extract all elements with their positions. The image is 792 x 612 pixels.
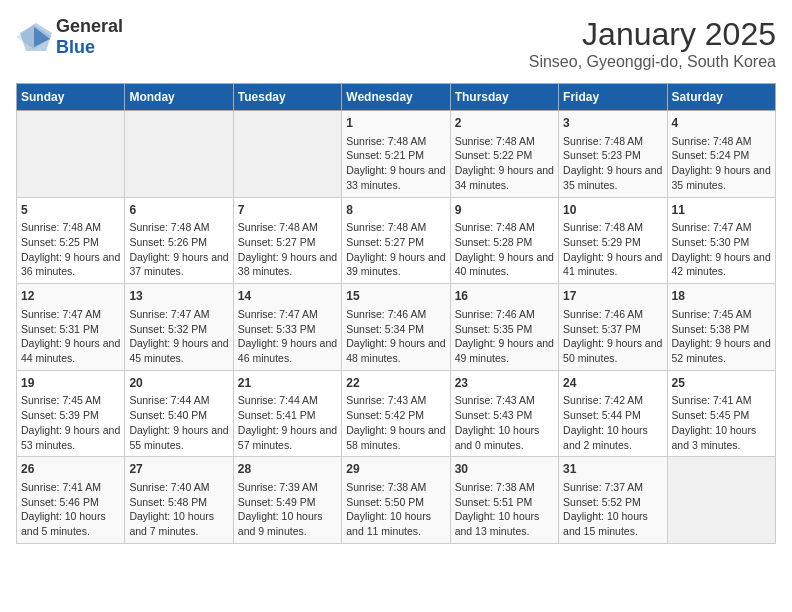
cell-content: Sunrise: 7:48 AMSunset: 5:27 PMDaylight:…: [346, 220, 445, 279]
calendar-cell: 17Sunrise: 7:46 AMSunset: 5:37 PMDayligh…: [559, 284, 667, 371]
calendar-cell: 1Sunrise: 7:48 AMSunset: 5:21 PMDaylight…: [342, 111, 450, 198]
calendar-cell: 20Sunrise: 7:44 AMSunset: 5:40 PMDayligh…: [125, 370, 233, 457]
day-number: 20: [129, 375, 228, 392]
day-number: 1: [346, 115, 445, 132]
day-number: 11: [672, 202, 771, 219]
calendar-cell: 22Sunrise: 7:43 AMSunset: 5:42 PMDayligh…: [342, 370, 450, 457]
cell-content: Sunrise: 7:42 AMSunset: 5:44 PMDaylight:…: [563, 393, 662, 452]
calendar-cell: 28Sunrise: 7:39 AMSunset: 5:49 PMDayligh…: [233, 457, 341, 544]
calendar-cell: 2Sunrise: 7:48 AMSunset: 5:22 PMDaylight…: [450, 111, 558, 198]
calendar-cell: 23Sunrise: 7:43 AMSunset: 5:43 PMDayligh…: [450, 370, 558, 457]
day-header-wednesday: Wednesday: [342, 84, 450, 111]
calendar-cell: [233, 111, 341, 198]
day-number: 24: [563, 375, 662, 392]
cell-content: Sunrise: 7:44 AMSunset: 5:40 PMDaylight:…: [129, 393, 228, 452]
calendar-cell: 6Sunrise: 7:48 AMSunset: 5:26 PMDaylight…: [125, 197, 233, 284]
day-number: 7: [238, 202, 337, 219]
calendar-cell: 31Sunrise: 7:37 AMSunset: 5:52 PMDayligh…: [559, 457, 667, 544]
day-number: 31: [563, 461, 662, 478]
day-number: 22: [346, 375, 445, 392]
calendar-cell: [17, 111, 125, 198]
day-number: 26: [21, 461, 120, 478]
week-row-2: 5Sunrise: 7:48 AMSunset: 5:25 PMDaylight…: [17, 197, 776, 284]
cell-content: Sunrise: 7:48 AMSunset: 5:26 PMDaylight:…: [129, 220, 228, 279]
cell-content: Sunrise: 7:45 AMSunset: 5:38 PMDaylight:…: [672, 307, 771, 366]
logo-icon: [16, 23, 52, 51]
calendar-cell: 25Sunrise: 7:41 AMSunset: 5:45 PMDayligh…: [667, 370, 775, 457]
calendar-cell: 16Sunrise: 7:46 AMSunset: 5:35 PMDayligh…: [450, 284, 558, 371]
calendar-cell: 14Sunrise: 7:47 AMSunset: 5:33 PMDayligh…: [233, 284, 341, 371]
day-number: 19: [21, 375, 120, 392]
day-header-saturday: Saturday: [667, 84, 775, 111]
calendar-cell: 5Sunrise: 7:48 AMSunset: 5:25 PMDaylight…: [17, 197, 125, 284]
day-number: 23: [455, 375, 554, 392]
day-number: 29: [346, 461, 445, 478]
cell-content: Sunrise: 7:48 AMSunset: 5:25 PMDaylight:…: [21, 220, 120, 279]
day-number: 30: [455, 461, 554, 478]
week-row-5: 26Sunrise: 7:41 AMSunset: 5:46 PMDayligh…: [17, 457, 776, 544]
calendar-cell: 7Sunrise: 7:48 AMSunset: 5:27 PMDaylight…: [233, 197, 341, 284]
calendar-cell: 12Sunrise: 7:47 AMSunset: 5:31 PMDayligh…: [17, 284, 125, 371]
logo-blue: Blue: [56, 37, 95, 57]
cell-content: Sunrise: 7:44 AMSunset: 5:41 PMDaylight:…: [238, 393, 337, 452]
calendar-cell: 9Sunrise: 7:48 AMSunset: 5:28 PMDaylight…: [450, 197, 558, 284]
day-header-monday: Monday: [125, 84, 233, 111]
cell-content: Sunrise: 7:45 AMSunset: 5:39 PMDaylight:…: [21, 393, 120, 452]
cell-content: Sunrise: 7:41 AMSunset: 5:45 PMDaylight:…: [672, 393, 771, 452]
calendar-cell: 4Sunrise: 7:48 AMSunset: 5:24 PMDaylight…: [667, 111, 775, 198]
title-block: January 2025 Sinseo, Gyeonggi-do, South …: [529, 16, 776, 71]
day-header-thursday: Thursday: [450, 84, 558, 111]
day-number: 4: [672, 115, 771, 132]
day-number: 5: [21, 202, 120, 219]
cell-content: Sunrise: 7:47 AMSunset: 5:31 PMDaylight:…: [21, 307, 120, 366]
cell-content: Sunrise: 7:48 AMSunset: 5:27 PMDaylight:…: [238, 220, 337, 279]
calendar-cell: 15Sunrise: 7:46 AMSunset: 5:34 PMDayligh…: [342, 284, 450, 371]
calendar-title: January 2025: [529, 16, 776, 53]
calendar-cell: 26Sunrise: 7:41 AMSunset: 5:46 PMDayligh…: [17, 457, 125, 544]
day-number: 27: [129, 461, 228, 478]
day-number: 21: [238, 375, 337, 392]
day-number: 6: [129, 202, 228, 219]
day-number: 3: [563, 115, 662, 132]
day-number: 25: [672, 375, 771, 392]
calendar-cell: 21Sunrise: 7:44 AMSunset: 5:41 PMDayligh…: [233, 370, 341, 457]
calendar-subtitle: Sinseo, Gyeonggi-do, South Korea: [529, 53, 776, 71]
calendar-cell: 10Sunrise: 7:48 AMSunset: 5:29 PMDayligh…: [559, 197, 667, 284]
cell-content: Sunrise: 7:48 AMSunset: 5:29 PMDaylight:…: [563, 220, 662, 279]
calendar-cell: [125, 111, 233, 198]
calendar-cell: 19Sunrise: 7:45 AMSunset: 5:39 PMDayligh…: [17, 370, 125, 457]
logo: General Blue: [16, 16, 123, 58]
cell-content: Sunrise: 7:43 AMSunset: 5:42 PMDaylight:…: [346, 393, 445, 452]
day-number: 15: [346, 288, 445, 305]
cell-content: Sunrise: 7:48 AMSunset: 5:23 PMDaylight:…: [563, 134, 662, 193]
day-number: 17: [563, 288, 662, 305]
day-header-friday: Friday: [559, 84, 667, 111]
day-number: 13: [129, 288, 228, 305]
cell-content: Sunrise: 7:47 AMSunset: 5:32 PMDaylight:…: [129, 307, 228, 366]
cell-content: Sunrise: 7:39 AMSunset: 5:49 PMDaylight:…: [238, 480, 337, 539]
cell-content: Sunrise: 7:46 AMSunset: 5:37 PMDaylight:…: [563, 307, 662, 366]
calendar-cell: 18Sunrise: 7:45 AMSunset: 5:38 PMDayligh…: [667, 284, 775, 371]
calendar-cell: 8Sunrise: 7:48 AMSunset: 5:27 PMDaylight…: [342, 197, 450, 284]
day-number: 14: [238, 288, 337, 305]
day-number: 16: [455, 288, 554, 305]
day-number: 10: [563, 202, 662, 219]
cell-content: Sunrise: 7:48 AMSunset: 5:22 PMDaylight:…: [455, 134, 554, 193]
calendar-cell: 13Sunrise: 7:47 AMSunset: 5:32 PMDayligh…: [125, 284, 233, 371]
calendar-cell: 11Sunrise: 7:47 AMSunset: 5:30 PMDayligh…: [667, 197, 775, 284]
calendar-cell: 3Sunrise: 7:48 AMSunset: 5:23 PMDaylight…: [559, 111, 667, 198]
calendar-cell: 29Sunrise: 7:38 AMSunset: 5:50 PMDayligh…: [342, 457, 450, 544]
cell-content: Sunrise: 7:40 AMSunset: 5:48 PMDaylight:…: [129, 480, 228, 539]
week-row-4: 19Sunrise: 7:45 AMSunset: 5:39 PMDayligh…: [17, 370, 776, 457]
day-number: 18: [672, 288, 771, 305]
week-row-3: 12Sunrise: 7:47 AMSunset: 5:31 PMDayligh…: [17, 284, 776, 371]
day-number: 12: [21, 288, 120, 305]
day-number: 8: [346, 202, 445, 219]
cell-content: Sunrise: 7:38 AMSunset: 5:51 PMDaylight:…: [455, 480, 554, 539]
day-number: 28: [238, 461, 337, 478]
cell-content: Sunrise: 7:38 AMSunset: 5:50 PMDaylight:…: [346, 480, 445, 539]
cell-content: Sunrise: 7:48 AMSunset: 5:24 PMDaylight:…: [672, 134, 771, 193]
week-row-1: 1Sunrise: 7:48 AMSunset: 5:21 PMDaylight…: [17, 111, 776, 198]
cell-content: Sunrise: 7:43 AMSunset: 5:43 PMDaylight:…: [455, 393, 554, 452]
cell-content: Sunrise: 7:48 AMSunset: 5:21 PMDaylight:…: [346, 134, 445, 193]
